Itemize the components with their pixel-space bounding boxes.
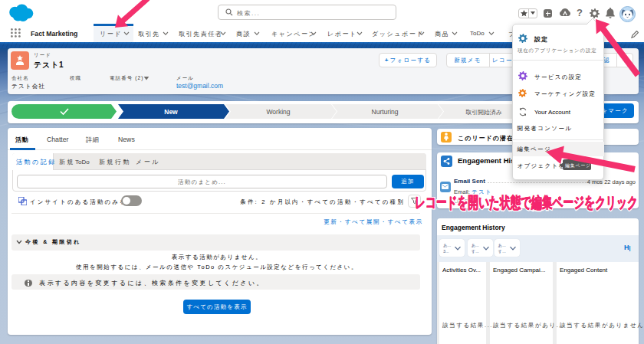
svg-text:Working: Working — [266, 108, 290, 116]
svg-text:Nurturing: Nurturing — [372, 108, 399, 116]
svg-text:New: New — [164, 108, 178, 116]
svg-text:取引開始済み: 取引開始済み — [465, 109, 502, 116]
